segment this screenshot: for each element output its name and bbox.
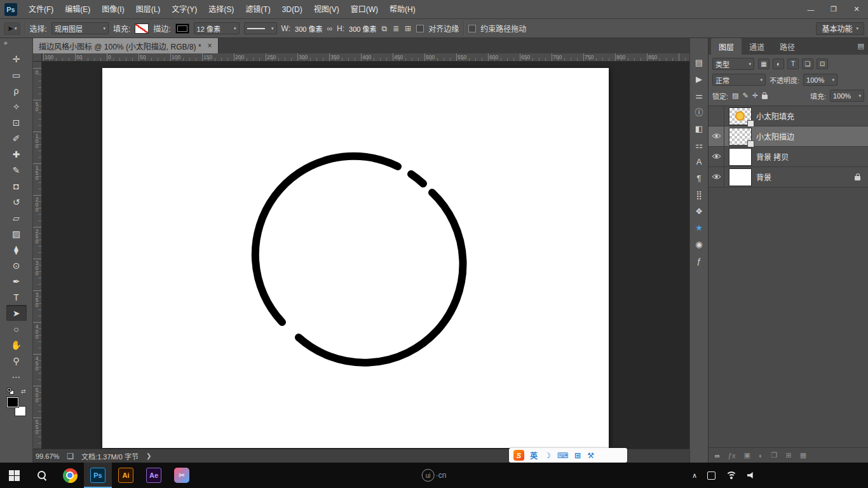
link-dimensions-icon[interactable]: ∞ (327, 24, 332, 33)
zoom-level-field[interactable]: 99.67% (36, 452, 59, 460)
zoom-tool[interactable]: ⚲ (6, 353, 27, 369)
panel-menu-icon[interactable]: ▤ (858, 42, 864, 50)
histogram-panel-icon[interactable]: ▤ (695, 58, 703, 67)
ruler-vertical[interactable]: 050100150200250300350400450500550 (33, 62, 42, 449)
layer-thumbnail[interactable] (729, 108, 751, 125)
path-align-icon[interactable]: ≣ (392, 24, 400, 33)
ime-item-2[interactable]: ⌨ (557, 451, 568, 460)
lasso-tool[interactable]: ρ (6, 83, 27, 98)
default-colors-icon[interactable] (7, 388, 14, 395)
visibility-toggle[interactable] (709, 106, 724, 126)
sliders-panel-icon[interactable]: ⚏ (695, 141, 703, 149)
pixel-filter-icon[interactable]: ▦ (758, 58, 770, 69)
layer-thumbnail[interactable] (729, 169, 751, 186)
lock-pixels-icon[interactable]: ✎ (742, 92, 748, 100)
new-layer-icon[interactable]: ⊞ (785, 451, 791, 459)
select-mode-dropdown[interactable]: 现用图层▾ (51, 22, 109, 34)
pen-tool[interactable]: ✒ (6, 273, 27, 289)
workspace-dropdown[interactable]: 基本功能▾ (816, 22, 864, 35)
ime-item-0[interactable]: 英 (530, 450, 538, 461)
menu-item-3[interactable]: 图层(L) (130, 0, 166, 19)
blend-mode-dropdown[interactable]: 正常▾ (712, 74, 766, 86)
swap-colors-icon[interactable]: ⇄ (21, 388, 26, 395)
blur-tool[interactable]: ⧫ (6, 241, 27, 257)
align-edges-checkbox[interactable] (416, 25, 424, 32)
clone-source-panel-icon[interactable]: ◉ (695, 240, 702, 248)
link-layers-icon[interactable]: ∞ (715, 452, 720, 459)
brush-tool[interactable]: ✎ (6, 162, 27, 178)
background-color-swatch[interactable] (15, 406, 26, 416)
quick-selection-tool[interactable]: ✧ (6, 98, 27, 114)
ime-item-4[interactable]: ⚒ (587, 451, 594, 460)
width-field[interactable]: 300 像素 (295, 24, 322, 34)
delete-layer-icon[interactable]: ▦ (800, 451, 806, 459)
move-tool[interactable]: ✛ (6, 51, 27, 67)
crop-tool[interactable]: ⊡ (6, 114, 27, 130)
chevron-up-icon[interactable]: ∧ (692, 471, 697, 480)
path-selection-tool[interactable]: ➤ (6, 305, 27, 321)
visibility-toggle[interactable] (709, 167, 724, 187)
close-button[interactable]: ✕ (845, 0, 868, 19)
ruler-corner[interactable] (33, 53, 42, 62)
document-canvas[interactable] (102, 68, 609, 448)
tray-touch-keyboard-icon[interactable] (707, 471, 715, 480)
layer-row[interactable]: 小太阳填充 (709, 106, 868, 126)
smart-object-filter-icon[interactable]: ⊡ (817, 58, 828, 69)
status-expand-icon[interactable]: ❯ (146, 452, 151, 459)
layer-row[interactable]: 背景 拷贝 (709, 147, 868, 167)
hand-tool[interactable]: ✋ (6, 337, 27, 353)
ruler-horizontal[interactable]: 1005005010015020025030035040045050055060… (42, 53, 689, 62)
lock-transparency-icon[interactable]: ▨ (732, 92, 738, 100)
favorites-panel-icon[interactable]: ★ (695, 224, 703, 232)
menu-item-9[interactable]: 窗口(W) (345, 0, 384, 19)
eyedropper-tool[interactable]: ✐ (6, 130, 27, 146)
visibility-toggle[interactable] (709, 126, 724, 146)
character-panel-icon[interactable]: A (696, 158, 702, 166)
after-effects-app-button[interactable]: Ae (140, 463, 168, 488)
illustrator-app-button[interactable]: Ai (112, 463, 140, 488)
start-button[interactable] (0, 463, 28, 488)
panel-tab-图层[interactable]: 图层 (711, 38, 742, 55)
constrain-path-checkbox[interactable] (468, 25, 476, 32)
swatches-panel-icon[interactable]: ⣿ (696, 191, 702, 199)
adjustments-panel-icon[interactable]: ⚌ (695, 92, 703, 100)
wifi-icon[interactable] (726, 471, 737, 480)
adjustment-layer-icon[interactable]: ◐ (759, 452, 763, 459)
add-mask-icon[interactable]: ▣ (743, 451, 750, 459)
shape-filter-icon[interactable]: ❏ (802, 58, 813, 69)
layer-row[interactable]: 小太阳描边 (709, 126, 868, 147)
layer-style-icon[interactable]: ƒx (728, 452, 736, 459)
opacity-dropdown[interactable]: 100%▾ (803, 74, 837, 86)
eraser-tool[interactable]: ▱ (6, 210, 27, 226)
panel-tab-通道[interactable]: 通道 (742, 38, 772, 55)
info-panel-icon[interactable]: ⓘ (695, 108, 703, 116)
ime-item-3[interactable]: ⊞ (574, 451, 581, 460)
visibility-toggle[interactable] (709, 147, 724, 166)
more-tools[interactable]: ⋯ (6, 369, 27, 384)
adjustment-filter-icon[interactable]: ◐ (773, 58, 784, 69)
menu-item-10[interactable]: 帮助(H) (384, 0, 421, 19)
gradient-tool[interactable]: ▨ (6, 226, 27, 241)
type-filter-icon[interactable]: T (787, 58, 799, 69)
effects-panel-icon[interactable]: ƒ (696, 257, 701, 265)
taskbar-search-button[interactable] (28, 463, 56, 488)
ellipse-tool[interactable]: ○ (6, 321, 27, 337)
filter-type-dropdown[interactable]: 类型▾ (712, 58, 754, 70)
menu-item-6[interactable]: 滤镜(T) (240, 0, 276, 19)
paragraph-panel-icon[interactable]: ¶ (697, 174, 702, 182)
capture-app-button[interactable]: ✂ (168, 463, 196, 488)
menu-item-4[interactable]: 文字(Y) (166, 0, 203, 19)
document-tab[interactable]: 描边风格小图标 @ 100% (小太阳描边, RGB/8) * × (33, 38, 219, 53)
sogou-logo-icon[interactable]: S (513, 450, 524, 461)
menu-item-1[interactable]: 编辑(E) (59, 0, 96, 19)
styles-panel-icon[interactable]: ❖ (695, 207, 703, 215)
lock-position-icon[interactable]: ✛ (752, 92, 758, 100)
lock-all-icon[interactable] (762, 95, 768, 99)
path-operations-icon[interactable]: ⧉ (381, 24, 388, 33)
stroke-width-dropdown[interactable]: 12 像素▾ (194, 22, 240, 34)
layer-thumbnail[interactable] (729, 128, 751, 145)
clone-stamp-tool[interactable]: ◘ (6, 178, 27, 194)
fill-color-swatch[interactable] (135, 24, 149, 34)
panel-tab-路径[interactable]: 路径 (772, 38, 803, 55)
close-tab-icon[interactable]: × (208, 41, 212, 50)
